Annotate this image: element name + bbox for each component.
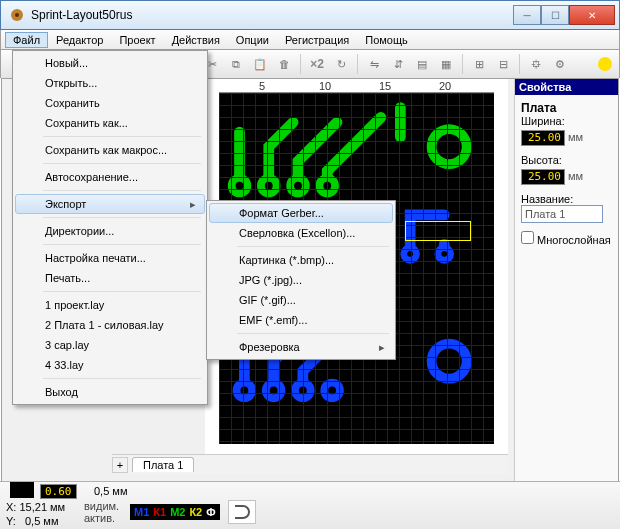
ruler-tick: 10 xyxy=(319,80,331,92)
menu-separator xyxy=(43,217,201,218)
file-recent2[interactable]: 2 Плата 1 - силовая.lay xyxy=(15,315,205,335)
file-autosave[interactable]: Автосохранение... xyxy=(15,167,205,187)
toolbar-misc2-icon[interactable]: ⊟ xyxy=(492,53,514,75)
export-mill[interactable]: Фрезеровка xyxy=(209,337,393,357)
toolbar-gear-icon[interactable]: ⚙ xyxy=(549,53,571,75)
zoom-value[interactable]: 0.60 xyxy=(40,484,77,499)
footprint-preview-icon[interactable] xyxy=(228,500,256,524)
height-input[interactable]: 25.00 xyxy=(521,169,565,185)
status-bar: 0.60 0,5 мм X: 15,21 мм Y: 0,5 мм видим.… xyxy=(0,481,620,529)
file-save[interactable]: Сохранить xyxy=(15,93,205,113)
export-gerber[interactable]: Формат Gerber... xyxy=(209,203,393,223)
export-submenu: Формат Gerber... Сверловка (Excellon)...… xyxy=(206,200,396,360)
properties-panel: Свойства Плата Ширина: 25.00мм Высота: 2… xyxy=(514,79,618,498)
multilayer-row: Многослойная xyxy=(521,231,612,246)
menu-separator xyxy=(43,291,201,292)
file-open[interactable]: Открыть... xyxy=(15,73,205,93)
toolbar-delete-icon[interactable]: 🗑 xyxy=(273,53,295,75)
height-label: Высота: xyxy=(521,154,612,166)
toolbar-misc1-icon[interactable]: ⊞ xyxy=(468,53,490,75)
width-input[interactable]: 25.00 xyxy=(521,130,565,146)
file-menu: Новый... Открыть... Сохранить Сохранить … xyxy=(12,50,208,405)
toolbar-copy-icon[interactable]: ⧉ xyxy=(225,53,247,75)
tab-add-button[interactable]: + xyxy=(112,457,128,473)
unit-label: мм xyxy=(568,131,583,143)
board-tab[interactable]: Плата 1 xyxy=(132,457,194,472)
board-tabs: + Плата 1 xyxy=(112,454,508,474)
title-bar: Sprint-Layout50rus ─ ☐ ✕ xyxy=(0,0,620,30)
file-saveas[interactable]: Сохранить как... xyxy=(15,113,205,133)
menu-separator xyxy=(237,246,389,247)
toolbar-separator xyxy=(519,54,520,74)
coordinates: X: 15,21 мм Y: 0,5 мм xyxy=(6,500,65,528)
layer-m1[interactable]: М1 xyxy=(134,506,149,518)
toolbar-separator xyxy=(462,54,463,74)
menu-help[interactable]: Помощь xyxy=(357,32,416,48)
export-gif[interactable]: GIF (*.gif)... xyxy=(209,290,393,310)
file-savemacro[interactable]: Сохранить как макрос... xyxy=(15,140,205,160)
export-drill[interactable]: Сверловка (Excellon)... xyxy=(209,223,393,243)
layer-m2[interactable]: М2 xyxy=(170,506,185,518)
selection-rect xyxy=(405,221,471,241)
toolbar-link-icon[interactable]: ⯐ xyxy=(525,53,547,75)
menu-options[interactable]: Опции xyxy=(228,32,277,48)
menu-separator xyxy=(43,244,201,245)
file-recent3[interactable]: 3 cap.lay xyxy=(15,335,205,355)
file-exit[interactable]: Выход xyxy=(15,382,205,402)
file-recent1[interactable]: 1 проект.lay xyxy=(15,295,205,315)
menu-bar: Файл Редактор Проект Действия Опции Реги… xyxy=(0,30,620,50)
toolbar-mirror-v-icon[interactable]: ⇵ xyxy=(387,53,409,75)
file-recent4[interactable]: 4 33.lay xyxy=(15,355,205,375)
board-label: Плата xyxy=(521,101,612,115)
multilayer-checkbox[interactable] xyxy=(521,231,534,244)
menu-separator xyxy=(43,190,201,191)
toolbar-highlight-icon[interactable] xyxy=(598,57,612,71)
window-title: Sprint-Layout50rus xyxy=(31,8,513,22)
window-controls: ─ ☐ ✕ xyxy=(513,5,615,25)
layer-k1[interactable]: К1 xyxy=(153,506,166,518)
menu-actions[interactable]: Действия xyxy=(164,32,228,48)
app-icon xyxy=(9,7,25,23)
y-value: 0,5 мм xyxy=(25,515,58,527)
minimize-button[interactable]: ─ xyxy=(513,5,541,25)
export-jpg[interactable]: JPG (*.jpg)... xyxy=(209,270,393,290)
toolbar-mirror-h-icon[interactable]: ⇋ xyxy=(363,53,385,75)
toolbar-group-icon[interactable]: ▦ xyxy=(435,53,457,75)
menu-editor[interactable]: Редактор xyxy=(48,32,111,48)
small-status: видим. актив. xyxy=(84,500,119,524)
menu-separator xyxy=(43,136,201,137)
menu-file[interactable]: Файл xyxy=(5,32,48,48)
layer-f[interactable]: Ф xyxy=(206,506,215,518)
svg-point-1 xyxy=(15,13,19,17)
cursor-icon[interactable] xyxy=(10,482,34,498)
toolbar-separator xyxy=(300,54,301,74)
menu-registration[interactable]: Регистрация xyxy=(277,32,357,48)
menu-separator xyxy=(43,378,201,379)
grid-value: 0,5 мм xyxy=(94,485,127,497)
export-emf[interactable]: EMF (*.emf)... xyxy=(209,310,393,330)
toolbar-duplicate-button[interactable]: ×2 xyxy=(306,53,328,75)
toolbar-paste-icon[interactable]: 📋 xyxy=(249,53,271,75)
file-print[interactable]: Печать... xyxy=(15,268,205,288)
toolbar-rotate-icon[interactable]: ↻ xyxy=(330,53,352,75)
ruler-tick: 15 xyxy=(379,80,391,92)
ruler-tick: 5 xyxy=(259,80,265,92)
maximize-button[interactable]: ☐ xyxy=(541,5,569,25)
file-export[interactable]: Экспорт xyxy=(15,194,205,214)
x-label: X: xyxy=(6,501,16,513)
menu-project[interactable]: Проект xyxy=(111,32,163,48)
layer-k2[interactable]: К2 xyxy=(189,506,202,518)
close-button[interactable]: ✕ xyxy=(569,5,615,25)
file-printsetup[interactable]: Настройка печати... xyxy=(15,248,205,268)
toolbar-align-icon[interactable]: ▤ xyxy=(411,53,433,75)
width-label: Ширина: xyxy=(521,115,612,127)
file-dirs[interactable]: Директории... xyxy=(15,221,205,241)
toolbar-separator xyxy=(357,54,358,74)
ruler-horizontal: 5 10 15 20 xyxy=(219,79,494,93)
board-name-input[interactable] xyxy=(521,205,603,223)
layer-badges[interactable]: М1 К1 М2 К2 Ф xyxy=(130,504,220,520)
ruler-tick: 20 xyxy=(439,80,451,92)
export-bmp[interactable]: Картинка (*.bmp)... xyxy=(209,250,393,270)
name-label: Название: xyxy=(521,193,612,205)
file-new[interactable]: Новый... xyxy=(15,53,205,73)
